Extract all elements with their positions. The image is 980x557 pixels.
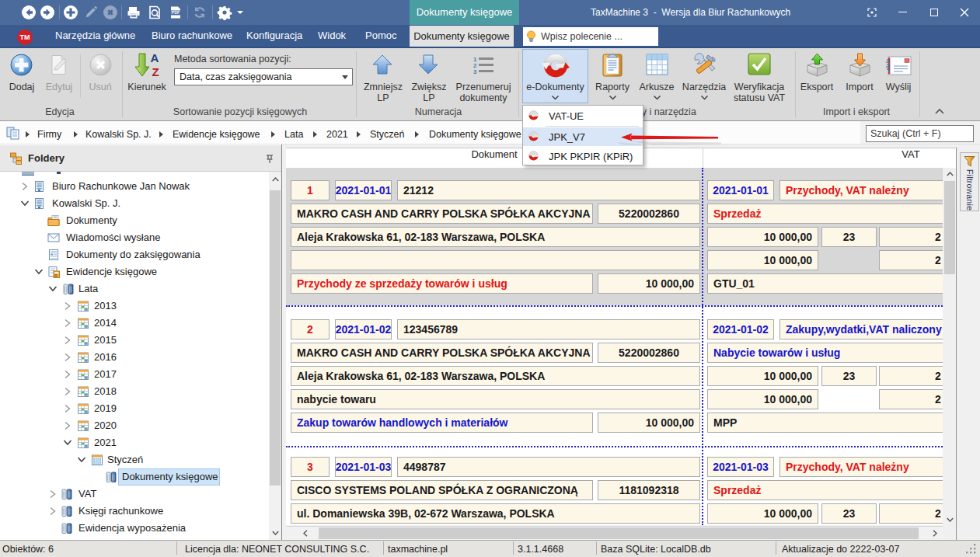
svg-text:PDF: PDF [172,10,180,15]
svg-text:3: 3 [473,68,477,75]
svg-text:A: A [151,51,159,64]
svg-text:Z: Z [152,65,159,78]
